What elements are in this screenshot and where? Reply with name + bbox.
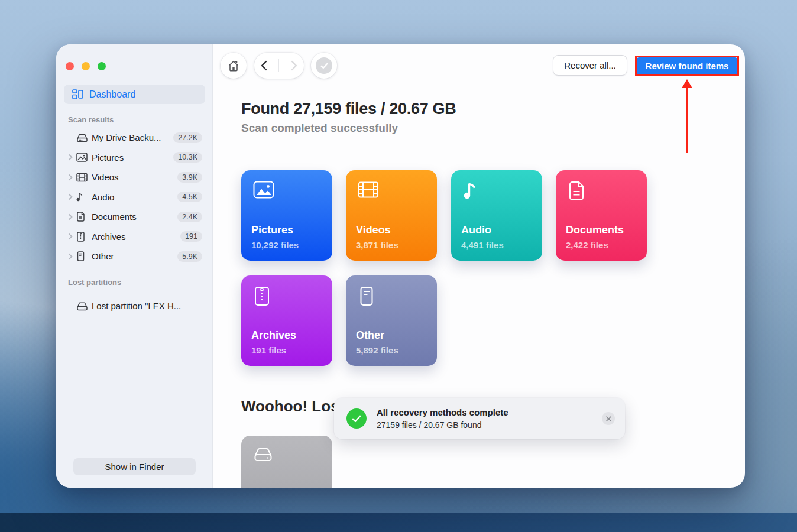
category-card-other[interactable]: Other 5,892 files xyxy=(346,275,437,366)
wallpaper-bottom-band xyxy=(0,513,797,532)
sidebar-item-label: Videos xyxy=(92,172,177,182)
drive-card-lex-hdd[interactable]: LEX HDD xyxy=(241,436,332,488)
card-title: Archives xyxy=(251,329,296,342)
chevron-right-icon[interactable] xyxy=(68,193,76,200)
recover-all-button[interactable]: Recover all... xyxy=(553,55,627,76)
other-icon xyxy=(76,251,92,261)
home-icon xyxy=(227,60,240,72)
archives-icon xyxy=(253,286,271,306)
card-count: 4,491 files xyxy=(461,240,504,250)
drive-icon xyxy=(253,446,273,463)
sidebar-item-archives[interactable]: Archives 191 xyxy=(56,227,213,247)
sidebar-item-audio[interactable]: Audio 4.5K xyxy=(56,187,213,207)
show-in-finder-button[interactable]: Show in Finder xyxy=(73,458,196,475)
sidebar-item-label: Archives xyxy=(92,232,180,242)
card-count: 5,892 files xyxy=(356,345,398,355)
videos-icon xyxy=(76,173,92,182)
audio-icon xyxy=(463,181,480,201)
sidebar-item-other[interactable]: Other 5.9K xyxy=(56,246,213,267)
sidebar-item-my-drive-backup[interactable]: My Drive Backu... 27.2K xyxy=(56,128,213,148)
toast-subtitle: 27159 files / 20.67 GB found xyxy=(377,420,481,430)
category-card-archives[interactable]: Archives 191 files xyxy=(241,275,332,366)
toolbar-divider xyxy=(278,59,279,72)
history-nav xyxy=(254,53,304,79)
chevron-right-icon[interactable] xyxy=(68,213,76,220)
forward-button[interactable] xyxy=(291,60,298,71)
sidebar-item-label: Dashboard xyxy=(89,89,135,100)
home-button[interactable] xyxy=(221,53,247,79)
toast-notification: All recovery methods complete 27159 file… xyxy=(334,398,625,439)
sidebar-item-videos[interactable]: Videos 3.9K xyxy=(56,167,213,187)
page-subtitle: Scan completed successfully xyxy=(241,122,398,135)
sidebar-item-dashboard[interactable]: Dashboard xyxy=(64,85,205,104)
sidebar-item-label: Lost partition "LEX H... xyxy=(92,301,202,311)
sidebar-item-lost-partition[interactable]: Lost partition "LEX H... xyxy=(56,296,213,316)
section-heading: Woohoo! Los xyxy=(241,397,339,416)
category-card-videos[interactable]: Videos 3,871 files xyxy=(346,170,437,261)
archives-icon xyxy=(76,232,92,242)
other-icon xyxy=(358,286,375,306)
lost-partitions-header: Lost partitions xyxy=(68,278,121,287)
review-found-items-button[interactable]: Review found items xyxy=(637,57,737,74)
page-title: Found 27,159 files / 20.67 GB xyxy=(241,100,456,118)
card-count: 191 files xyxy=(251,345,286,355)
count-badge: 5.9K xyxy=(177,251,202,262)
sidebar-item-label: Other xyxy=(92,251,177,261)
count-badge: 27.2K xyxy=(173,132,202,143)
desktop-wallpaper: Dashboard Scan results My Drive Backu... xyxy=(0,0,797,532)
minimize-window-button[interactable] xyxy=(82,62,90,70)
drive-icon xyxy=(76,133,92,142)
card-title: Audio xyxy=(461,224,491,236)
dashboard-icon xyxy=(72,89,83,99)
category-card-audio[interactable]: Audio 4,491 files xyxy=(451,170,542,261)
scan-results-header: Scan results xyxy=(68,115,114,124)
app-window: Dashboard Scan results My Drive Backu... xyxy=(56,44,745,488)
sidebar-item-label: My Drive Backu... xyxy=(92,132,173,142)
card-title: Documents xyxy=(566,224,624,236)
drive-icon xyxy=(76,301,92,311)
traffic-lights xyxy=(66,62,106,70)
audio-icon xyxy=(76,192,92,202)
chevron-right-icon[interactable] xyxy=(68,253,76,260)
sidebar: Dashboard Scan results My Drive Backu... xyxy=(56,44,213,488)
success-check-icon xyxy=(346,408,367,429)
sidebar-item-documents[interactable]: Documents 2.4K xyxy=(56,207,213,227)
chevron-right-icon[interactable] xyxy=(68,233,76,240)
card-count: 3,871 files xyxy=(356,240,398,250)
card-title: Other xyxy=(356,329,384,342)
category-card-pictures[interactable]: Pictures 10,292 files xyxy=(241,170,332,261)
session-check-button[interactable] xyxy=(311,53,337,79)
card-title: Pictures xyxy=(251,224,293,236)
scan-results-list: My Drive Backu... 27.2K P xyxy=(56,128,213,267)
pictures-icon xyxy=(76,153,92,162)
chevron-right-icon[interactable] xyxy=(68,154,76,161)
count-badge: 191 xyxy=(180,231,202,242)
close-icon[interactable] xyxy=(602,412,615,425)
sidebar-item-label: Pictures xyxy=(92,153,173,163)
chevron-right-icon[interactable] xyxy=(68,174,76,181)
back-button[interactable] xyxy=(260,60,267,71)
card-title: Videos xyxy=(356,224,391,236)
sidebar-item-label: Documents xyxy=(92,212,177,222)
videos-icon xyxy=(358,181,379,199)
pictures-icon xyxy=(253,181,274,199)
checkmark-icon xyxy=(316,57,332,74)
card-count: 10,292 files xyxy=(251,240,299,250)
toast-title: All recovery methods complete xyxy=(377,407,508,417)
count-badge: 10.3K xyxy=(173,152,202,163)
sidebar-item-label: Audio xyxy=(92,192,177,202)
count-badge: 3.9K xyxy=(177,172,202,183)
category-card-documents[interactable]: Documents 2,422 files xyxy=(556,170,647,261)
documents-icon xyxy=(568,181,585,201)
documents-icon xyxy=(76,212,92,222)
close-window-button[interactable] xyxy=(66,62,74,70)
card-count: 2,422 files xyxy=(566,240,608,250)
count-badge: 2.4K xyxy=(177,212,202,222)
count-badge: 4.5K xyxy=(177,192,202,202)
sidebar-item-pictures[interactable]: Pictures 10.3K xyxy=(56,148,213,168)
zoom-window-button[interactable] xyxy=(98,62,106,70)
